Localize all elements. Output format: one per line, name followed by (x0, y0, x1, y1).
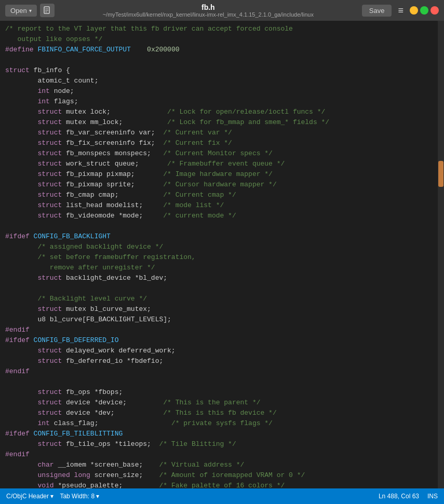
code-line: remove after unregister */ (5, 263, 438, 273)
code-line: #ifdef CONFIG_FB_TILEBLITTING (5, 429, 438, 439)
code-line: #ifdef CONFIG_FB_DEFERRED_IO (5, 335, 438, 346)
code-line: struct mutex bl_curve_mutex; (5, 304, 438, 315)
code-line: int flags; (5, 97, 438, 107)
code-line: struct device *device; /* This is the pa… (5, 398, 438, 408)
code-line: struct fb_ops *fbops; (5, 387, 438, 398)
code-line: struct mutex lock; /* Lock for open/rele… (5, 107, 438, 117)
open-label: Open (10, 7, 27, 15)
code-line: #endif (5, 325, 438, 335)
language-arrow: ▾ (50, 493, 53, 500)
titlebar-right: Save ≡ (362, 4, 439, 17)
titlebar-center: fb.h ~/myTest/imx6ull/kernel/nxp_kernel/… (55, 3, 362, 18)
open-button[interactable]: Open ▾ (5, 5, 37, 17)
code-line: unsigned long screen_size; /* Amount of … (5, 470, 438, 481)
code-line: struct list_head modelist; /* mode list … (5, 200, 438, 211)
code-line: struct work_struct queue; /* Framebuffer… (5, 159, 438, 169)
code-line: struct fb_tile_ops *tileops; /* Tile Bli… (5, 439, 438, 449)
titlebar-filename: fb.h (55, 3, 362, 11)
code-line: struct fb_var_screeninfo var; /* Current… (5, 128, 438, 138)
code-line: struct fb_deferred_io *fbdefio; (5, 356, 438, 366)
code-editor[interactable]: /* report to the VT layer that this fb d… (0, 21, 438, 488)
code-line: int class_flag; /* private sysfs flags *… (5, 418, 438, 429)
code-line: #endif (5, 366, 438, 377)
file-icon (43, 6, 51, 15)
code-line (5, 55, 438, 65)
file-icon-button[interactable] (40, 4, 55, 17)
code-line: atomic_t count; (5, 76, 438, 86)
tab-width-selector[interactable]: Tab Width: 8 ▾ (60, 493, 99, 500)
code-line: /* report to the VT layer that this fb d… (5, 24, 438, 34)
code-line: struct device *dev; /* This is this fb d… (5, 408, 438, 418)
code-line: output like oopses */ (5, 34, 438, 45)
code-line: char __iomem *screen_base; /* Virtual ad… (5, 460, 438, 470)
code-line: struct backlight_device *bl_dev; (5, 273, 438, 283)
open-arrow: ▾ (29, 8, 32, 13)
window-controls (410, 6, 439, 15)
code-line: u8 bl_curve[FB_BACKLIGHT_LEVELS]; (5, 315, 438, 325)
code-line (5, 221, 438, 231)
tab-width-arrow: ▾ (96, 493, 99, 500)
code-line: #endif (5, 449, 438, 460)
menu-button[interactable]: ≡ (395, 4, 407, 17)
close-button[interactable] (430, 6, 439, 15)
code-line: void *pseudo_palette; /* Fake palette of… (5, 481, 438, 488)
titlebar-filepath: ~/myTest/imx6ull/kernel/nxp_kernel/linux… (55, 11, 362, 18)
code-line (5, 283, 438, 294)
scrollbar[interactable] (438, 21, 444, 488)
code-line: #define FBINFO_CAN_FORCE_OUTPUT 0x200000 (5, 45, 438, 55)
code-line: struct fb_monspecs monspecs; /* Current … (5, 148, 438, 159)
language-selector[interactable]: C/ObjC Header ▾ (6, 493, 53, 500)
save-button[interactable]: Save (362, 5, 392, 17)
code-line: /* set before framebuffer registration, (5, 252, 438, 263)
minimize-button[interactable] (410, 6, 418, 15)
titlebar: Open ▾ fb.h ~/myTest/imx6ull/kernel/nxp_… (0, 0, 444, 21)
statusbar-right: Ln 488, Col 63 INS (379, 493, 438, 500)
code-line: struct delayed_work deferred_work; (5, 346, 438, 356)
code-line: struct fb_pixmap sprite; /* Cursor hardw… (5, 180, 438, 190)
cursor-position: Ln 488, Col 63 (379, 493, 419, 500)
code-line: /* assigned backlight device */ (5, 242, 438, 252)
code-line: struct fb_pixmap pixmap; /* Image hardwa… (5, 169, 438, 180)
code-line: struct fb_fix_screeninfo fix; /* Current… (5, 138, 438, 148)
code-line: struct fb_info { (5, 65, 438, 76)
edit-mode: INS (427, 493, 438, 500)
code-line: struct fb_cmap cmap; /* Current cmap */ (5, 190, 438, 200)
code-line: struct fb_videomode *mode; /* current mo… (5, 211, 438, 221)
code-line: /* Backlight level curve */ (5, 294, 438, 304)
statusbar-left: C/ObjC Header ▾ Tab Width: 8 ▾ (6, 493, 99, 500)
code-line: #ifdef CONFIG_FB_BACKLIGHT (5, 231, 438, 242)
code-container: /* report to the VT layer that this fb d… (0, 21, 444, 488)
language-label: C/ObjC Header (6, 493, 49, 500)
code-line: int node; (5, 86, 438, 97)
scrollbar-thumb[interactable] (438, 161, 443, 187)
statusbar: C/ObjC Header ▾ Tab Width: 8 ▾ Ln 488, C… (0, 488, 444, 504)
code-line: struct mutex mm_lock; /* Lock for fb_mma… (5, 117, 438, 128)
maximize-button[interactable] (420, 6, 428, 15)
tab-width-label: Tab Width: 8 (60, 493, 95, 500)
code-line (5, 377, 438, 387)
titlebar-left: Open ▾ (5, 4, 55, 17)
